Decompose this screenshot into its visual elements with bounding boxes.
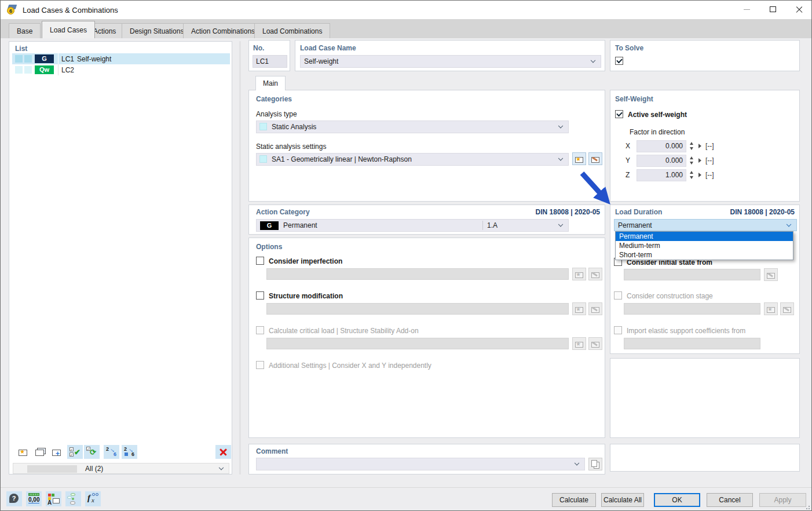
calculate-all-button[interactable]: Calculate All bbox=[601, 493, 644, 507]
ok-button[interactable]: OK bbox=[654, 493, 700, 507]
tab-action-combinations[interactable]: Action Combinations bbox=[183, 23, 263, 38]
new-imperfection-button[interactable]: ★ bbox=[572, 268, 586, 280]
edit-imperfection-button[interactable] bbox=[588, 268, 602, 280]
empty-section-bottom bbox=[610, 444, 800, 472]
copy-load-case-button[interactable] bbox=[32, 445, 47, 459]
main-tabstrip: Base Load Cases Actions Design Situation… bbox=[1, 19, 811, 38]
renumber-to: 6 bbox=[114, 451, 116, 457]
list-filter-select[interactable]: All (2) bbox=[13, 463, 229, 474]
edit-settings-button[interactable] bbox=[588, 152, 602, 165]
structure-modification-label: Structure modification bbox=[269, 292, 343, 300]
tab-load-cases[interactable]: Load Cases bbox=[42, 21, 95, 38]
footer-bar: ? 0,00 A f x Calculate Calculate All OK bbox=[1, 487, 811, 511]
edit-initial-state-button[interactable] bbox=[764, 268, 778, 281]
categories-section: Categories Analysis type Static Analysis… bbox=[248, 90, 605, 202]
title-bar: 6 Load Cases & Combinations bbox=[1, 1, 811, 19]
renumber-to: 6 bbox=[131, 451, 134, 457]
spin-down-icon[interactable] bbox=[690, 176, 693, 179]
edit-construction-stage-button[interactable] bbox=[780, 302, 794, 315]
combo-separator bbox=[482, 221, 483, 230]
list-item[interactable]: Qw LC2 bbox=[12, 64, 230, 75]
construction-stage-field bbox=[624, 303, 760, 315]
copy-comment-button[interactable] bbox=[588, 458, 602, 470]
display-settings-button[interactable]: A bbox=[46, 491, 61, 506]
renumber-all-button[interactable]: 2 → 6 bbox=[122, 445, 137, 459]
factor-z-field[interactable]: 1.000 bbox=[637, 169, 686, 181]
close-button[interactable] bbox=[786, 1, 812, 19]
construction-stage-label: Consider construction stage bbox=[627, 292, 713, 300]
spin-up-icon[interactable] bbox=[690, 171, 693, 174]
factor-x-field[interactable]: 0.000 bbox=[637, 140, 686, 152]
renumber-button[interactable]: 2 → 6 bbox=[104, 445, 119, 459]
load-case-name-select[interactable]: Self-weight bbox=[300, 55, 601, 68]
formula-button[interactable]: f x bbox=[85, 491, 101, 506]
spin-down-icon[interactable] bbox=[690, 162, 693, 165]
new-construction-stage-button[interactable]: ★ bbox=[764, 302, 778, 315]
maximize-button[interactable] bbox=[760, 1, 786, 19]
add-load-case-button[interactable]: + bbox=[49, 445, 64, 459]
ruler-icon bbox=[28, 493, 39, 496]
factor-direction-label: Factor in direction bbox=[630, 128, 685, 136]
structure-modification-checkbox[interactable] bbox=[256, 291, 264, 300]
toggle-check-button[interactable]: ✓ ⟳ bbox=[84, 445, 100, 459]
chevron-down-icon bbox=[591, 58, 596, 63]
factor-y-field[interactable]: 0.000 bbox=[637, 155, 686, 167]
edit-modification-button[interactable] bbox=[588, 302, 602, 315]
list-item[interactable]: G LC1 Self-weight bbox=[12, 53, 230, 64]
model-tree-button[interactable] bbox=[65, 491, 81, 506]
delete-load-case-button[interactable] bbox=[215, 445, 231, 459]
to-solve-checkbox[interactable] bbox=[615, 57, 623, 65]
load-case-number-field[interactable]: LC1 bbox=[253, 55, 287, 68]
cancel-button[interactable]: Cancel bbox=[707, 493, 753, 507]
new-modification-button[interactable]: ★ bbox=[572, 302, 586, 315]
units-settings-button[interactable]: 0,00 bbox=[26, 491, 42, 506]
spin-up-icon[interactable] bbox=[690, 156, 693, 159]
critical-load-checkbox bbox=[256, 326, 264, 334]
spin-up-icon[interactable] bbox=[690, 142, 693, 145]
panel-splitter[interactable] bbox=[239, 41, 241, 475]
additional-settings-checkbox bbox=[256, 361, 264, 369]
pencil-icon bbox=[592, 157, 598, 162]
tab-design-situations[interactable]: Design Situations bbox=[122, 23, 192, 38]
expand-right-icon[interactable] bbox=[698, 144, 701, 148]
action-category-select[interactable]: G Permanent 1.A bbox=[256, 219, 569, 232]
resize-grip[interactable] bbox=[804, 503, 810, 509]
spin-down-icon[interactable] bbox=[690, 147, 693, 150]
chevron-down-icon bbox=[575, 461, 580, 466]
self-weight-section: Self-Weight Active self-weight Factor in… bbox=[610, 90, 800, 202]
dropdown-option-permanent[interactable]: Permanent bbox=[616, 232, 793, 241]
tab-base[interactable]: Base bbox=[9, 23, 41, 38]
expand-right-icon[interactable] bbox=[698, 173, 701, 177]
dropdown-option-medium-term[interactable]: Medium-term bbox=[616, 241, 793, 250]
initial-state-field bbox=[624, 269, 760, 280]
letter-a-icon: A bbox=[47, 499, 52, 506]
edit-critical-button[interactable] bbox=[588, 337, 602, 350]
static-settings-select[interactable]: SA1 - Geometrically linear | Newton-Raph… bbox=[256, 153, 569, 166]
flag-swatch bbox=[24, 66, 32, 74]
chevron-down-icon bbox=[558, 156, 564, 161]
new-load-case-button[interactable]: ★ bbox=[15, 445, 31, 459]
new-critical-button[interactable]: ★ bbox=[572, 337, 586, 350]
minimize-button[interactable] bbox=[734, 1, 760, 19]
settings-swatch bbox=[259, 155, 267, 163]
tab-load-combinations[interactable]: Load Combinations bbox=[254, 23, 330, 38]
expand-right-icon[interactable] bbox=[698, 158, 701, 163]
block-icon bbox=[125, 452, 128, 456]
dropdown-option-short-term[interactable]: Short-term bbox=[616, 250, 793, 260]
load-duration-value: Permanent bbox=[618, 221, 652, 229]
tab-main[interactable]: Main bbox=[255, 76, 286, 90]
check-all-button[interactable]: ✓ ✓ ✔ bbox=[67, 445, 83, 459]
calculate-button[interactable]: Calculate bbox=[552, 493, 596, 507]
load-case-list-panel: List G LC1 Self-weight Qw LC2 ★ + bbox=[9, 41, 232, 475]
active-self-weight-checkbox[interactable] bbox=[615, 110, 623, 118]
consider-imperfection-checkbox[interactable] bbox=[256, 257, 264, 265]
window-icon bbox=[591, 157, 599, 163]
load-duration-select[interactable]: Permanent bbox=[614, 219, 797, 231]
load-duration-section: Load Duration DIN 18008 | 2020-05 Perman… bbox=[610, 205, 800, 354]
help-button[interactable]: ? bbox=[6, 491, 22, 506]
analysis-type-select[interactable]: Static Analysis bbox=[256, 121, 569, 133]
comment-input[interactable] bbox=[256, 458, 585, 470]
options-section: Options Consider imperfection ★ Structur… bbox=[248, 238, 605, 438]
new-settings-button[interactable]: ★ bbox=[572, 152, 586, 165]
add-icon: + bbox=[52, 450, 61, 456]
